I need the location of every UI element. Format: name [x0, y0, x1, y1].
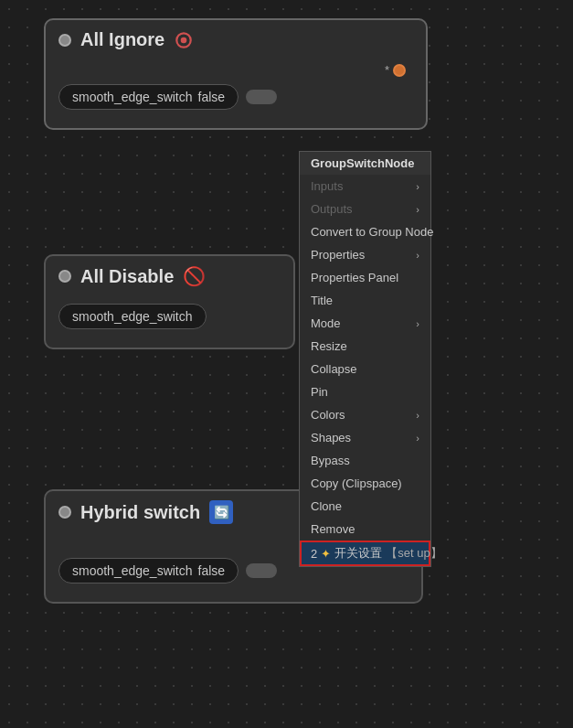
node-1-toggle[interactable] — [246, 90, 277, 104]
context-menu-shapes[interactable]: Shapes › — [300, 426, 430, 449]
context-menu-convert[interactable]: Convert to Group Node — [300, 220, 430, 243]
setup-bracket: 【set up】 — [386, 545, 441, 562]
outputs-arrow: › — [416, 204, 419, 215]
node-2-body: smooth_edge_switch — [46, 294, 293, 333]
node-1-orange-dot — [393, 64, 406, 77]
mode-arrow: › — [416, 318, 419, 329]
node-2-input-label: smooth_edge_switch — [72, 309, 193, 324]
node-3-title: Hybrid switch — [80, 502, 200, 523]
node-3-input-pill: smooth_edge_switch false — [58, 558, 239, 583]
context-menu-properties[interactable]: Properties › — [300, 243, 430, 266]
node-1-star-row: * — [58, 63, 413, 77]
circle-o-icon — [174, 30, 194, 50]
node-1-input-value: false — [198, 90, 226, 104]
context-menu-bypass-label: Bypass — [311, 454, 350, 467]
node-1-input-label: smooth_edge_switch — [72, 90, 193, 104]
context-menu-properties-panel-label: Properties Panel — [311, 271, 398, 284]
context-menu-collapse[interactable]: Collapse — [300, 358, 430, 380]
node-2-status-dot — [58, 270, 71, 283]
context-menu-header-label: GroupSwitchNode — [311, 156, 414, 170]
node-1-title: All Ignore — [80, 29, 164, 50]
node-1-input-pill: smooth_edge_switch false — [58, 84, 239, 110]
context-menu-bypass[interactable]: Bypass — [300, 449, 430, 472]
context-menu-inputs-label: Inputs — [311, 179, 343, 193]
recycle-icon: 🔄 — [209, 500, 233, 524]
context-menu-properties-panel[interactable]: Properties Panel — [300, 266, 430, 289]
context-menu-colors[interactable]: Colors › — [300, 403, 430, 426]
node-3-input-label: smooth_edge_switch — [72, 563, 193, 578]
node-2-title: All Disable — [80, 266, 174, 287]
node-2-input-row: smooth_edge_switch — [58, 300, 281, 333]
node-all-disable: All Disable 🚫 smooth_edge_switch — [44, 254, 295, 349]
node-1-body: * smooth_edge_switch false — [46, 58, 426, 113]
setup-number: 2 — [311, 547, 317, 561]
no-entry-icon: 🚫 — [183, 265, 206, 287]
context-menu-header: GroupSwitchNode — [300, 152, 430, 175]
context-menu-remove-label: Remove — [311, 522, 355, 536]
context-menu-inputs[interactable]: Inputs › — [300, 175, 430, 198]
context-menu-clone-label: Clone — [311, 499, 342, 513]
context-menu-copy[interactable]: Copy (Clipspace) — [300, 472, 430, 495]
node-3-input-value: false — [198, 563, 226, 578]
context-menu-pin-label: Pin — [311, 385, 328, 399]
context-menu-outputs[interactable]: Outputs › — [300, 198, 430, 220]
context-menu-collapse-label: Collapse — [311, 362, 357, 376]
context-menu-pin[interactable]: Pin — [300, 380, 430, 403]
node-3-status-dot — [58, 506, 71, 519]
context-menu-convert-label: Convert to Group Node — [311, 225, 433, 239]
highlighted-content: 2 ✦ 开关设置 【set up】 — [311, 545, 442, 562]
context-menu-setup[interactable]: 2 ✦ 开关设置 【set up】 — [300, 541, 430, 566]
svg-point-1 — [181, 37, 187, 43]
node-3-toggle[interactable] — [246, 563, 277, 578]
node-1-status-dot — [58, 34, 71, 47]
context-menu-clone[interactable]: Clone — [300, 495, 430, 518]
context-menu-mode[interactable]: Mode › — [300, 312, 430, 335]
colors-arrow: › — [416, 410, 419, 421]
context-menu-outputs-label: Outputs — [311, 202, 353, 216]
context-menu-resize[interactable]: Resize — [300, 335, 430, 358]
context-menu: GroupSwitchNode Inputs › Outputs › Conve… — [299, 151, 431, 567]
context-menu-properties-label: Properties — [311, 248, 365, 262]
context-menu-resize-label: Resize — [311, 339, 347, 353]
node-1-star: * — [385, 63, 389, 77]
setup-star: ✦ — [321, 547, 331, 561]
node-1-input-row: smooth_edge_switch false — [58, 80, 413, 113]
context-menu-shapes-label: Shapes — [311, 431, 351, 444]
context-menu-title-label: Title — [311, 294, 333, 307]
setup-chinese: 开关设置 — [334, 545, 382, 562]
properties-arrow: › — [416, 250, 419, 261]
node-2-input-pill: smooth_edge_switch — [58, 304, 207, 329]
context-menu-remove[interactable]: Remove — [300, 518, 430, 541]
inputs-arrow: › — [416, 181, 419, 192]
context-menu-copy-label: Copy (Clipspace) — [311, 476, 402, 490]
context-menu-mode-label: Mode — [311, 316, 341, 330]
shapes-arrow: › — [416, 433, 419, 444]
node-1-header: All Ignore — [46, 20, 426, 58]
context-menu-colors-label: Colors — [311, 408, 345, 422]
context-menu-title[interactable]: Title — [300, 289, 430, 312]
node-2-header: All Disable 🚫 — [46, 256, 293, 294]
node-all-ignore: All Ignore * smooth_edge_switch false — [44, 18, 428, 130]
